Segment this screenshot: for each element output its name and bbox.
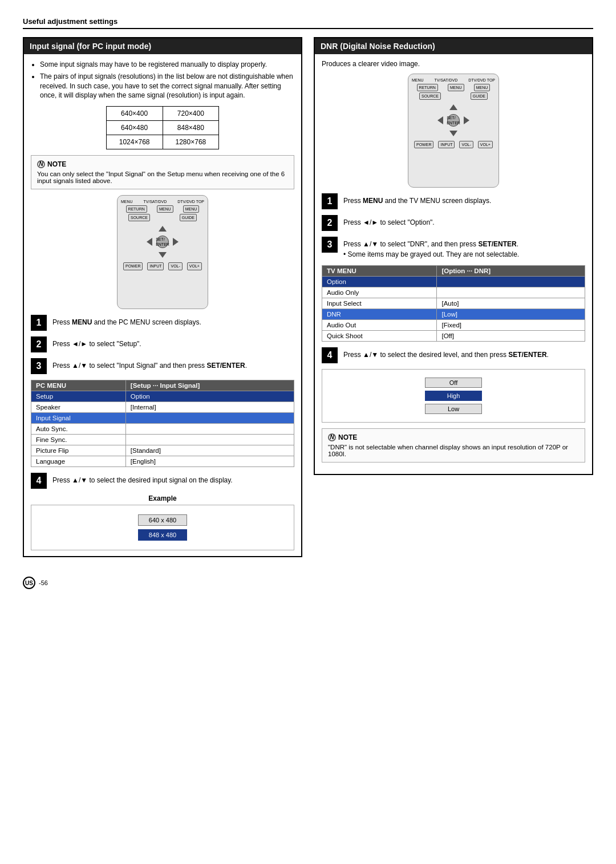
left-column: Input signal (for PC input mode) Some in… bbox=[23, 37, 302, 565]
step-num-right-2: 2 bbox=[322, 215, 338, 231]
signal-cell: 1280×768 bbox=[163, 135, 219, 149]
remote-return-btn: RETURN bbox=[126, 205, 147, 213]
dnr-body: Produces a clearer video image. MENU TV/… bbox=[315, 54, 592, 474]
bullet-2: The pairs of input signals (resolutions)… bbox=[40, 72, 294, 100]
remote-dtv-top-right: DTV/DVD TOP bbox=[468, 78, 495, 83]
pc-menu-row: SetupOption bbox=[31, 391, 294, 402]
level-off: Off bbox=[425, 378, 482, 388]
two-col-layout: Input signal (for PC input mode) Some in… bbox=[23, 37, 593, 565]
res-bar-2: 848 x 480 bbox=[138, 529, 187, 541]
signal-cell: 848×480 bbox=[163, 121, 219, 135]
remote-btn-row-r2: SOURCE GUIDE bbox=[412, 92, 495, 100]
remote-set-enter-right: SET/ENTER bbox=[447, 114, 460, 127]
footer-circle: US bbox=[23, 577, 35, 589]
res-bar-1: 640 x 480 bbox=[138, 514, 187, 526]
step-num-left-2: 2 bbox=[31, 336, 47, 352]
level-selection-box: Off High Low bbox=[322, 369, 585, 423]
dnr-title: DNR (Digital Noise Reduction) bbox=[315, 38, 592, 54]
pc-menu-row: Fine Sync. bbox=[31, 435, 294, 445]
input-signal-title: Input signal (for PC input mode) bbox=[24, 38, 301, 54]
step-text-left-3: Press ▲/▼ to select "Input Signal" and t… bbox=[52, 358, 247, 371]
tv-menu-row: DNR[Low] bbox=[322, 309, 585, 320]
remote-arrow-pad-right: SET/ENTER bbox=[436, 103, 471, 137]
remote-vol-plus-btn: VOL+ bbox=[187, 262, 202, 270]
step-bold-menu-right1: MENU bbox=[363, 197, 383, 205]
step-num-right-1: 1 bbox=[322, 193, 338, 209]
level-low: Low bbox=[425, 404, 482, 414]
remote-btn-row-2: SOURCE GUIDE bbox=[121, 214, 204, 221]
signal-cell: 640×480 bbox=[106, 121, 163, 135]
step-num-right-4: 4 bbox=[322, 347, 338, 363]
remote-top-row: MENU TV/SAT/DVD DTV/DVD TOP bbox=[121, 199, 204, 204]
step-text-left-1: Press MENU and the PC MENU screen displa… bbox=[52, 315, 201, 327]
step-num-left-4: 4 bbox=[31, 473, 47, 489]
remote-menu-right: MENU bbox=[412, 78, 424, 83]
remote-arrow-down-right bbox=[449, 131, 457, 136]
step-bold-menu-left: MENU bbox=[72, 318, 92, 326]
page: Useful adjustment settings Input signal … bbox=[23, 17, 593, 589]
remote-set-enter: SET/ENTER bbox=[156, 236, 169, 248]
remote-menu-right3: MENU bbox=[474, 84, 491, 91]
remote-inner-left: MENU TV/SAT/DVD DTV/DVD TOP RETURN MENU … bbox=[117, 196, 208, 274]
input-signal-body: Some input signals may have to be regist… bbox=[24, 54, 301, 556]
remote-menu-btn3: MENU bbox=[183, 205, 200, 213]
note-text-right: "DNR" is not selectable when channel dis… bbox=[328, 444, 568, 457]
note-box-right: N NOTE "DNR" is not selectable when chan… bbox=[322, 428, 585, 463]
remote-arrow-right bbox=[173, 238, 179, 246]
note-title-left: N NOTE bbox=[37, 160, 288, 168]
tv-menu-row: Audio Only bbox=[322, 287, 585, 298]
step-left-1: 1 Press MENU and the PC MENU screen disp… bbox=[31, 315, 294, 331]
footer-page-num: -56 bbox=[39, 579, 48, 586]
tv-menu-row: Input Select[Auto] bbox=[322, 298, 585, 309]
signal-cell: 1024×768 bbox=[106, 135, 163, 149]
remote-source-right: SOURCE bbox=[419, 92, 441, 100]
step-num-left-3: 3 bbox=[31, 358, 47, 374]
remote-return-right: RETURN bbox=[417, 84, 438, 91]
input-signal-section: Input signal (for PC input mode) Some in… bbox=[23, 37, 302, 557]
step-right-2: 2 Press ◄/► to select "Option". bbox=[322, 215, 585, 231]
pc-menu-header-row: PC MENU[Setup ··· Input Signal] bbox=[31, 380, 294, 391]
remote-arrow-right-right bbox=[464, 116, 469, 124]
page-header: Useful adjustment settings bbox=[23, 17, 593, 29]
step-bold-setenter-right: SET/ENTER bbox=[478, 240, 516, 248]
remote-inner-right: MENU TV/SAT/DVD DTV/DVD TOP RETURN MENU … bbox=[408, 74, 499, 153]
pc-menu-row: Speaker[Internal] bbox=[31, 402, 294, 413]
remote-guide-right: GUIDE bbox=[471, 92, 488, 100]
remote-vol-btn: VOL- bbox=[168, 262, 182, 270]
remote-vol-plus-right: VOL+ bbox=[478, 141, 493, 148]
step-text-right-3: Press ▲/▼ to select "DNR", and then pres… bbox=[343, 237, 519, 259]
remote-btn-row-1: RETURN MENU MENU bbox=[121, 205, 204, 213]
tv-menu-row: Audio Out[Fixed] bbox=[322, 320, 585, 331]
signal-cell: 720×400 bbox=[163, 107, 219, 121]
step-num-right-3: 3 bbox=[322, 237, 338, 253]
pc-menu-row: Picture Flip[Standard] bbox=[31, 445, 294, 456]
remote-arrow-left bbox=[147, 238, 152, 246]
note-icon-right: N bbox=[328, 433, 336, 441]
remote-image-left: MENU TV/SAT/DVD DTV/DVD TOP RETURN MENU … bbox=[117, 195, 208, 309]
step-text-right-1: Press MENU and the TV MENU screen displa… bbox=[343, 193, 491, 206]
pc-menu-row: Auto Sync. bbox=[31, 424, 294, 435]
remote-input-right: INPUT bbox=[438, 141, 455, 148]
remote-power-right: POWER bbox=[414, 141, 433, 148]
note-title-right: N NOTE bbox=[328, 433, 579, 441]
remote-menu-btn2: MENU bbox=[157, 205, 173, 213]
remote-input-btn: INPUT bbox=[147, 262, 164, 270]
remote-tvsat-right: TV/SAT/DVD bbox=[435, 78, 458, 83]
remote-source-btn: SOURCE bbox=[128, 214, 150, 221]
remote-btn-row-r1: RETURN MENU MENU bbox=[412, 84, 495, 91]
tv-menu-row: Option bbox=[322, 277, 585, 287]
pc-menu-header-right: [Setup ··· Input Signal] bbox=[125, 380, 294, 391]
level-high: High bbox=[425, 391, 482, 401]
example-box: 640 x 480 848 x 480 bbox=[31, 505, 294, 550]
remote-tvsat-btn: TV/SAT/DVD bbox=[144, 199, 167, 204]
step-right-3: 3 Press ▲/▼ to select "DNR", and then pr… bbox=[322, 237, 585, 259]
bullet-list: Some input signals may have to be regist… bbox=[40, 60, 294, 100]
step-left-4: 4 Press ▲/▼ to select the desired input … bbox=[31, 473, 294, 489]
remote-arrow-pad-left: SET/ENTER bbox=[145, 225, 180, 259]
remote-menu-right2: MENU bbox=[448, 84, 464, 91]
page-footer: US -56 bbox=[23, 577, 593, 589]
remote-menu-btn: MENU bbox=[121, 199, 133, 204]
step-bold-setenter-left: SET/ENTER bbox=[206, 362, 245, 370]
remote-vol-right: VOL- bbox=[459, 141, 473, 148]
step-left-2: 2 Press ◄/► to select "Setup". bbox=[31, 336, 294, 352]
